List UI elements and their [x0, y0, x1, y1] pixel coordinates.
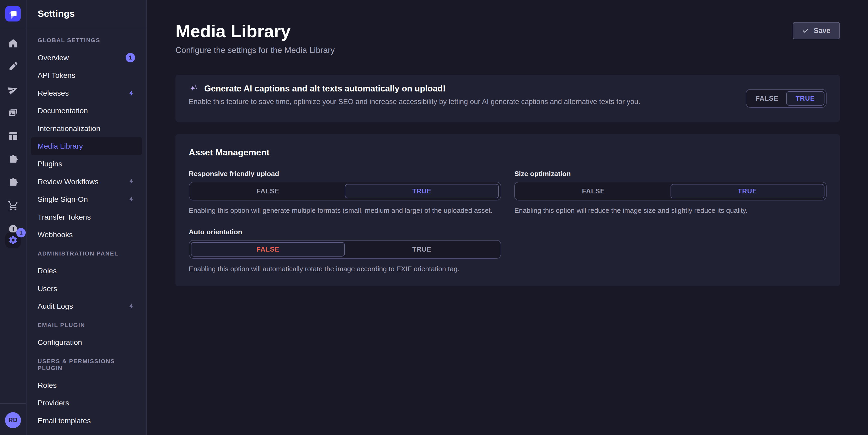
banner-title: Generate AI captions and alt texts autom…	[204, 83, 446, 94]
toggle-false-option[interactable]: FALSE	[191, 184, 345, 198]
nav-section-label: EMAIL PLUGIN	[31, 322, 142, 329]
home-icon	[8, 38, 19, 49]
rail-nav	[8, 28, 19, 235]
notification-badge: 1	[126, 53, 135, 62]
nav-section-label: GLOBAL SETTINGS	[31, 37, 142, 44]
toggle-true-option[interactable]: TRUE	[345, 242, 499, 257]
nav-section-email-plugin: EMAIL PLUGINConfiguration	[31, 322, 142, 352]
sidebar-item-documentation[interactable]: Documentation	[31, 102, 142, 120]
field-auto-orientation: Auto orientationFALSETRUEEnabling this o…	[189, 228, 501, 273]
toggle-true-option[interactable]: TRUE	[671, 184, 825, 198]
sidebar-item-email-templates[interactable]: Email templates	[31, 412, 142, 430]
field-label: Responsive friendly upload	[189, 170, 501, 178]
page-header-text: Media Library Configure the settings for…	[176, 21, 335, 55]
sidebar-item-label: Internationalization	[38, 124, 135, 133]
sidebar-item-label: Providers	[38, 399, 135, 407]
puzzle-icon	[8, 177, 19, 188]
page-title: Media Library	[176, 21, 335, 41]
strapi-logo[interactable]	[5, 6, 21, 22]
sidebar-item-label: Roles	[38, 381, 135, 390]
field-hint: Enabling this option will reduce the ima…	[514, 206, 827, 214]
nav-section-label: USERS & PERMISSIONS PLUGIN	[31, 358, 142, 372]
toggle-true-option[interactable]: TRUE	[786, 91, 825, 106]
sidebar-item-label: Email templates	[38, 416, 135, 425]
nav-section-label: ADMINISTRATION PANEL	[31, 250, 142, 257]
sidebar-item-roles[interactable]: Roles	[31, 262, 142, 280]
ai-captions-banner: Generate AI captions and alt texts autom…	[176, 75, 840, 122]
page-header: Media Library Configure the settings for…	[176, 0, 840, 55]
card-title: Asset Management	[189, 147, 827, 158]
rail-releases-button[interactable]	[8, 84, 19, 95]
rail-home-button[interactable]	[8, 38, 19, 49]
sidebar-item-releases[interactable]: Releases	[31, 85, 142, 102]
app-window: 1 RD Settings GLOBAL SETTINGSOverview1AP…	[0, 0, 868, 435]
sidebar-item-media-library[interactable]: Media Library	[31, 137, 142, 155]
rail-content-manager-button[interactable]	[8, 61, 19, 72]
sidebar-item-users[interactable]: Users	[31, 279, 142, 297]
save-button-label: Save	[814, 27, 831, 35]
sidebar-item-overview[interactable]: Overview1	[31, 49, 142, 67]
sidebar-item-configuration[interactable]: Configuration	[31, 334, 142, 352]
nav-section-administration-panel: ADMINISTRATION PANELRolesUsersAudit Logs	[31, 250, 142, 315]
sidebar-item-label: Documentation	[38, 106, 135, 115]
layout-icon	[8, 131, 19, 141]
toggle-true-option[interactable]: TRUE	[345, 184, 499, 198]
sidebar-item-transfer-tokens[interactable]: Transfer Tokens	[31, 208, 142, 226]
ai-captions-toggle: FALSE TRUE	[746, 89, 827, 108]
rail-bottom: RD	[0, 403, 26, 435]
sidebar-item-label: Single Sign-On	[38, 195, 128, 204]
sidebar-item-label: Media Library	[38, 142, 135, 150]
sidebar-item-label: Review Workflows	[38, 177, 128, 186]
sidebar-item-api-tokens[interactable]: API Tokens	[31, 67, 142, 85]
rail-content-type-builder-button[interactable]	[8, 131, 19, 141]
page-subtitle: Configure the settings for the Media Lib…	[176, 45, 335, 55]
paper-plane-icon	[8, 84, 19, 95]
sidebar-item-single-sign-on[interactable]: Single Sign-On	[31, 191, 142, 208]
field-size-optimization: Size optimizationFALSETRUEEnabling this …	[514, 170, 827, 215]
size-optimization-toggle: FALSETRUE	[514, 182, 827, 201]
rail-media-library-button[interactable]	[8, 107, 19, 119]
sidebar-title: Settings	[27, 0, 146, 28]
field-label: Auto orientation	[189, 228, 501, 236]
rail-plugins-button[interactable]	[8, 154, 19, 165]
strapi-mark-icon	[6, 7, 20, 21]
main-content: Media Library Configure the settings for…	[147, 0, 868, 435]
banner-text: Generate AI captions and alt texts autom…	[189, 83, 640, 113]
puzzle-icon	[8, 154, 19, 165]
sidebar-item-plugins[interactable]: Plugins	[31, 155, 142, 173]
check-icon	[802, 27, 809, 34]
sidebar-item-review-workflows[interactable]: Review Workflows	[31, 173, 142, 191]
sparkles-icon	[189, 84, 198, 93]
toggle-false-option[interactable]: FALSE	[748, 91, 786, 106]
lightning-icon	[128, 178, 135, 185]
lightning-icon	[128, 303, 135, 310]
sidebar-item-label: Overview	[38, 54, 126, 62]
lightning-icon	[128, 90, 135, 97]
field-responsive-friendly-upload: Responsive friendly uploadFALSETRUEEnabl…	[189, 170, 501, 215]
sidebar-item-webhooks[interactable]: Webhooks	[31, 226, 142, 244]
settings-sidebar: Settings GLOBAL SETTINGSOverview1API Tok…	[27, 0, 147, 435]
sidebar-item-internationalization[interactable]: Internationalization	[31, 120, 142, 138]
nav-section-global-settings: GLOBAL SETTINGSOverview1API TokensReleas…	[31, 37, 142, 243]
sidebar-item-label: Plugins	[38, 160, 135, 168]
toggle-false-option[interactable]: FALSE	[517, 184, 671, 198]
rail-purchase-button[interactable]	[8, 200, 19, 211]
subnav-sections: GLOBAL SETTINGSOverview1API TokensReleas…	[27, 28, 146, 435]
toggle-false-option[interactable]: FALSE	[191, 242, 345, 257]
sidebar-item-audit-logs[interactable]: Audit Logs	[31, 297, 142, 315]
save-button[interactable]: Save	[793, 22, 840, 39]
rail-marketplace-button[interactable]	[8, 177, 19, 188]
field-hint: Enabling this option will automatically …	[189, 265, 501, 273]
sidebar-item-roles[interactable]: Roles	[31, 376, 142, 394]
logo-area	[0, 0, 26, 28]
asset-fields-grid: Responsive friendly uploadFALSETRUEEnabl…	[189, 170, 827, 273]
rail-settings-button[interactable]: 1	[5, 232, 21, 248]
settings-notification-badge: 1	[16, 228, 26, 237]
sidebar-item-label: API Tokens	[38, 71, 135, 80]
sidebar-item-label: Webhooks	[38, 230, 135, 239]
user-avatar[interactable]: RD	[5, 412, 21, 428]
pencil-icon	[8, 61, 19, 72]
responsive-friendly-upload-toggle: FALSETRUE	[189, 182, 501, 201]
icon-rail: 1 RD	[0, 0, 27, 435]
sidebar-item-providers[interactable]: Providers	[31, 394, 142, 412]
